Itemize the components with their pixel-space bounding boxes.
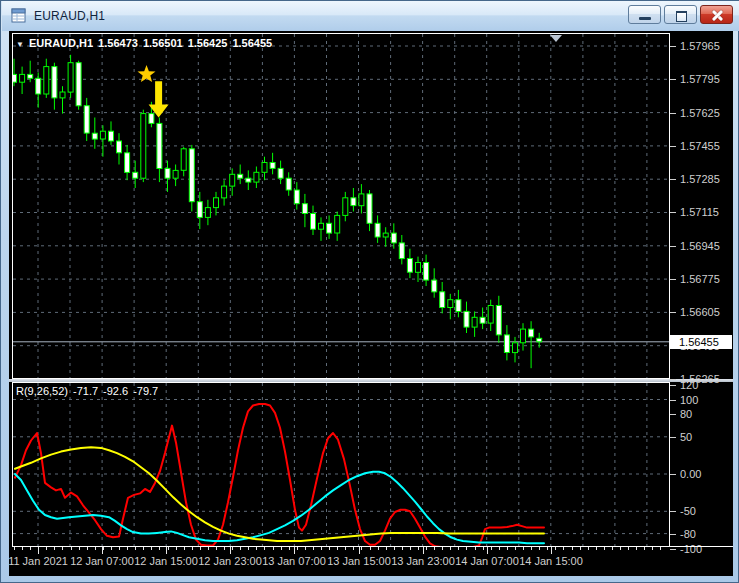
close-value: 1.56455 [232,37,272,49]
candle [76,61,81,110]
candle [327,215,332,239]
minor-time-tick [264,547,265,550]
candle [92,118,97,149]
current-price-badge: 1.56455 [670,335,732,349]
price-tick [670,212,676,213]
candle [432,268,437,297]
time-axis-label: 14 Jan 15:00 [519,555,583,567]
candle [440,282,445,313]
minor-time-tick [660,547,661,550]
candle [157,118,162,183]
indicator-tick [670,385,676,386]
minor-time-tick [588,547,589,550]
minor-time-tick [30,547,31,550]
major-time-tick [102,547,103,554]
time-axis-label: 13 Jan 23:00 [391,555,455,567]
indicator-axis-label: 50 [680,431,692,443]
candle [36,72,41,107]
minor-time-tick [402,547,403,550]
minor-time-tick [321,547,322,550]
time-axis-label: 12 Jan 15:00 [134,555,198,567]
candle [100,125,105,156]
open-value: 1.56473 [98,37,138,49]
minor-time-tick [79,547,80,550]
indicator-label: R(9,26,52)-71.7-92.6-79.7 [16,385,163,397]
minor-time-tick [224,547,225,550]
minor-time-tick [159,547,160,550]
candle [238,165,243,185]
minor-time-tick [596,547,597,550]
candle [302,194,307,227]
major-time-tick [166,547,167,554]
major-time-tick [38,547,39,554]
minor-time-tick [442,547,443,550]
time-axis-label: 13 Jan 15:00 [327,555,391,567]
major-time-tick [230,547,231,554]
candle [141,110,146,182]
minor-time-tick [119,547,120,550]
minor-time-tick [22,547,23,550]
major-time-tick [423,547,424,554]
main-price-chart[interactable] [12,33,670,379]
minor-time-tick [491,547,492,550]
price-tick [670,113,676,114]
mt4-chart-window: EURAUD,H1 ▼EURAUD,H11.564731.565011.5642… [0,0,739,583]
minor-time-tick [483,547,484,550]
candle [335,212,340,241]
minimize-button[interactable] [628,5,661,24]
time-scale[interactable]: 11 Jan 202112 Jan 07:0012 Jan 15:0012 Ja… [9,547,733,576]
minor-time-tick [426,547,427,550]
candle [529,321,534,368]
high-value: 1.56501 [143,37,183,49]
minor-time-tick [555,547,556,550]
candle [391,223,396,248]
chevron-down-icon: ▼ [16,40,24,49]
candle [173,165,178,187]
minor-time-tick [46,547,47,550]
candle [367,190,372,231]
price-axis-label: 1.56775 [680,273,720,285]
close-button[interactable] [700,5,733,24]
price-axis-label: 1.57115 [680,206,719,218]
minor-time-tick [361,547,362,550]
minor-time-tick [256,547,257,550]
price-tick [670,312,676,313]
price-tick [670,279,676,280]
major-time-tick [359,547,360,554]
candle [125,145,130,180]
price-axis-label: 1.57625 [680,107,720,119]
price-tick [670,179,676,180]
title-bar[interactable]: EURAUD,H1 [2,1,739,31]
minor-time-tick [458,547,459,550]
minor-time-tick [216,547,217,550]
candle [416,257,421,282]
price-axis-label: 1.57285 [680,173,720,185]
price-tick [670,246,676,247]
indicator-pane[interactable] [12,382,670,547]
candle [214,192,219,216]
major-time-tick [294,547,295,554]
chart-window-icon[interactable] [11,8,27,24]
minor-time-tick [200,547,201,550]
price-axis-label: 1.56945 [680,240,720,252]
minor-time-tick [111,547,112,550]
minor-time-tick [547,547,548,550]
minor-time-tick [499,547,500,550]
candle [359,184,364,213]
indicator-tick [670,534,676,535]
indicator-axis-label: 80 [680,408,692,420]
minor-time-tick [71,547,72,550]
minor-time-tick [184,547,185,550]
minor-time-tick [636,547,637,550]
restore-button[interactable] [664,5,697,24]
minor-time-tick [466,547,467,550]
minor-time-tick [531,547,532,550]
price-tick [670,146,676,147]
candle [351,188,356,212]
price-scale[interactable]: 1.579651.577951.576251.574551.572851.571… [670,31,733,546]
chart-shift-marker-icon[interactable] [550,35,562,42]
minor-time-tick [418,547,419,550]
minor-time-tick [135,547,136,550]
candle [278,161,283,185]
major-time-tick [487,547,488,554]
